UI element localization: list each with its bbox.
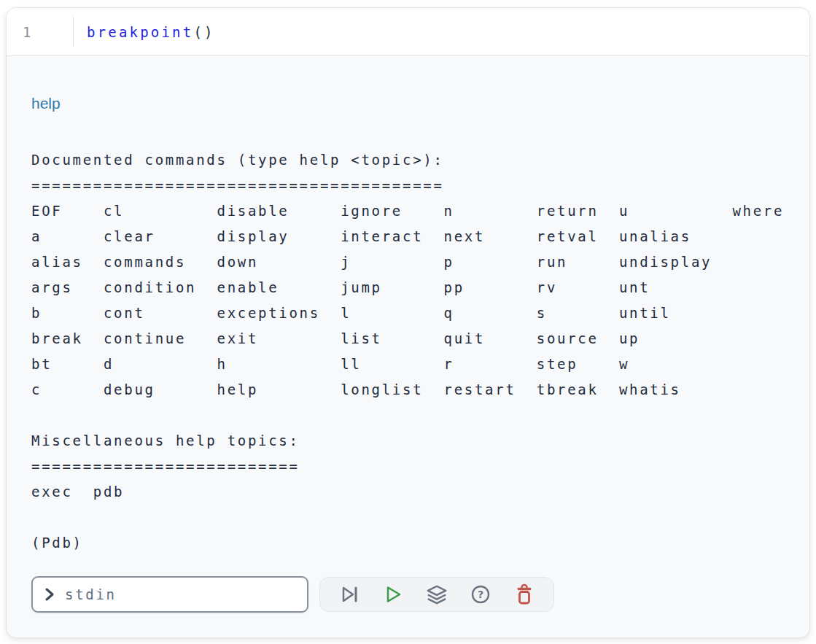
editor-gutter: 1	[7, 8, 74, 55]
trash-icon	[514, 583, 535, 605]
code-token-parens: ()	[193, 24, 214, 40]
layers-icon	[426, 583, 448, 605]
run-button[interactable]	[371, 578, 415, 610]
step-next-button[interactable]	[327, 578, 371, 610]
stack-view-button[interactable]	[415, 578, 459, 610]
console-input-row: ?	[31, 576, 795, 613]
console-area: help Documented commands (type help <top…	[7, 56, 809, 613]
play-icon	[383, 584, 403, 605]
skip-forward-icon	[339, 584, 360, 605]
help-button[interactable]: ?	[459, 578, 502, 610]
stdin-field-wrapper[interactable]	[31, 576, 308, 613]
line-number: 1	[23, 24, 33, 40]
code-editor[interactable]: 1 breakpoint()	[7, 8, 809, 56]
debug-toolbar: ?	[319, 577, 554, 612]
chevron-right-icon	[44, 587, 55, 602]
code-token-builtin: breakpoint	[87, 24, 193, 40]
question-icon: ?	[470, 584, 491, 605]
console-input-echo: help	[31, 90, 795, 116]
code-line[interactable]: breakpoint()	[74, 8, 215, 55]
svg-text:?: ?	[478, 589, 483, 600]
console-output: Documented commands (type help <topic>):…	[31, 147, 795, 556]
clear-button[interactable]	[502, 578, 546, 610]
debugger-panel: 1 breakpoint() help Documented commands …	[6, 7, 810, 638]
stdin-input[interactable]	[63, 586, 298, 603]
